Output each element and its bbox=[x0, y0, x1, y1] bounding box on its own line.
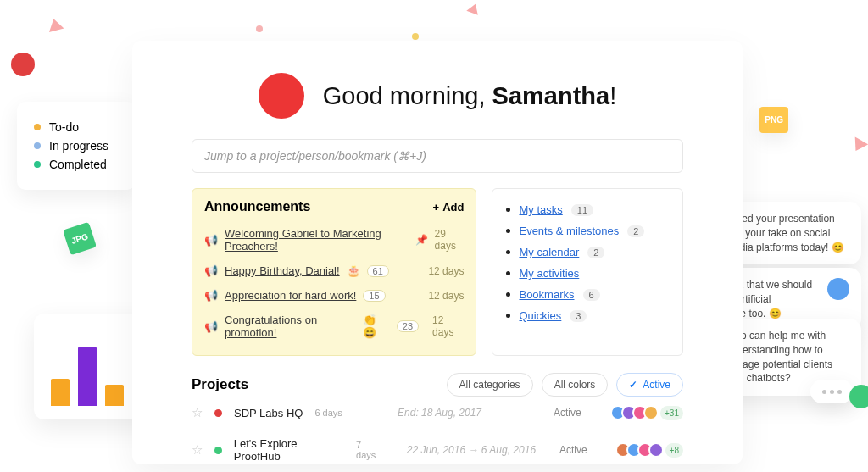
announcements-title: Announcements bbox=[204, 199, 310, 214]
project-status: Active bbox=[559, 444, 608, 456]
announcement-age: 29 days bbox=[435, 228, 465, 252]
filter-label: All categories bbox=[459, 379, 520, 391]
quicklink-count: 6 bbox=[583, 289, 600, 301]
typing-indicator bbox=[810, 380, 853, 403]
confetti-triangle bbox=[47, 17, 64, 32]
plus-icon: + bbox=[433, 201, 440, 214]
jump-search-input[interactable]: Jump to a project/person/bookmark (⌘+J) bbox=[192, 139, 683, 173]
star-icon[interactable]: ☆ bbox=[192, 442, 203, 458]
quicklink-item[interactable]: My calendar 2 bbox=[506, 242, 669, 263]
project-dates: End: 18 Aug, 2017 bbox=[398, 407, 542, 419]
emoji: 🎂 bbox=[347, 264, 360, 277]
quicklink-item[interactable]: My activities bbox=[506, 263, 669, 284]
emoji: 👏 😄 bbox=[363, 314, 390, 339]
project-age: 6 days bbox=[314, 408, 342, 418]
greeting-text: Good morning, Samantha! bbox=[323, 82, 617, 110]
announcement-link[interactable]: Appreciation for hard work! bbox=[225, 289, 356, 302]
megaphone-icon: 📢 bbox=[204, 289, 218, 302]
confetti-dot bbox=[256, 25, 263, 32]
chart-bar bbox=[51, 379, 70, 406]
filter-active[interactable]: ✓ Active bbox=[616, 373, 683, 397]
bullet-icon bbox=[506, 208, 510, 212]
project-members: +31 bbox=[615, 405, 683, 420]
megaphone-icon: 📢 bbox=[204, 320, 218, 333]
announcement-link[interactable]: Welcoming Gabriel to Marketing Preachers… bbox=[225, 227, 402, 253]
filter-colors[interactable]: All colors bbox=[542, 373, 609, 397]
confetti-triangle bbox=[849, 136, 868, 154]
project-name[interactable]: Let's Explore ProofHub bbox=[234, 437, 344, 463]
projects-title: Projects bbox=[192, 376, 438, 393]
announcement-item[interactable]: 📢 Welcoming Gabriel to Marketing Preache… bbox=[204, 221, 464, 258]
bullet-icon bbox=[506, 271, 510, 275]
project-row[interactable]: ☆ SDP Labs HQ 6 days End: 18 Aug, 2017 A… bbox=[192, 397, 683, 429]
legend-label: To-do bbox=[49, 120, 79, 134]
legend-label: Completed bbox=[49, 158, 107, 171]
project-age: 7 days bbox=[356, 440, 383, 460]
status-legend-card: To-do In progress Completed bbox=[17, 102, 136, 190]
status-dot-icon bbox=[34, 142, 41, 149]
reaction-count: 23 bbox=[397, 320, 419, 332]
project-dates: 22 Jun, 2016 → 6 Aug, 2016 bbox=[407, 444, 548, 456]
announcement-link[interactable]: Congratulations on promotion! bbox=[225, 314, 356, 339]
project-name[interactable]: SDP Labs HQ bbox=[234, 407, 303, 419]
announcement-age: 12 days bbox=[428, 290, 464, 302]
quicklink-item[interactable]: Bookmarks 6 bbox=[506, 284, 669, 305]
megaphone-icon: 📢 bbox=[204, 234, 218, 247]
add-announcement-button[interactable]: + Add bbox=[433, 201, 465, 214]
quicklink-item[interactable]: Events & milestones 2 bbox=[506, 220, 669, 242]
more-members-badge: +8 bbox=[665, 443, 683, 458]
project-row[interactable]: ☆ Let's Explore ProofHub 7 days 22 Jun, … bbox=[192, 429, 683, 471]
quicklink-link[interactable]: Quickies bbox=[519, 309, 561, 322]
star-icon[interactable]: ☆ bbox=[192, 405, 203, 420]
bullet-icon bbox=[506, 229, 510, 233]
quicklink-count: 2 bbox=[587, 247, 604, 258]
quicklink-link[interactable]: Events & milestones bbox=[519, 225, 619, 237]
announcements-panel: Announcements + Add 📢 Welcoming Gabriel … bbox=[192, 188, 476, 356]
quicklink-item[interactable]: Quickies 3 bbox=[506, 305, 669, 326]
legend-item-completed: Completed bbox=[34, 158, 119, 171]
status-dot-icon bbox=[34, 124, 41, 130]
file-badge-png: PNG bbox=[760, 107, 788, 133]
chat-text: Loved your presentation and your take on… bbox=[726, 212, 849, 254]
avatar bbox=[648, 442, 664, 458]
add-label: Add bbox=[442, 201, 464, 214]
chart-bar bbox=[105, 385, 124, 407]
announcement-link[interactable]: Happy Birthday, Danial! bbox=[225, 264, 340, 277]
quicklink-link[interactable]: My tasks bbox=[519, 203, 562, 216]
greeting-header: Good morning, Samantha! bbox=[192, 73, 683, 119]
quicklink-link[interactable]: Bookmarks bbox=[519, 288, 574, 301]
announcement-age: 12 days bbox=[432, 314, 464, 338]
filter-label: All colors bbox=[554, 379, 596, 391]
status-dot-icon bbox=[34, 161, 41, 168]
reaction-count: 15 bbox=[363, 290, 385, 302]
avatar bbox=[849, 385, 868, 408]
announcement-item[interactable]: 📢 Happy Birthday, Danial! 🎂 61 12 days bbox=[204, 258, 464, 283]
legend-item-inprogress: In progress bbox=[34, 139, 119, 153]
project-color-dot bbox=[214, 409, 222, 417]
user-avatar bbox=[259, 73, 304, 119]
project-color-dot bbox=[214, 447, 222, 454]
greeting-suffix: ! bbox=[609, 82, 616, 109]
quicklink-count: 11 bbox=[571, 204, 593, 216]
greeting-name: Samantha bbox=[492, 82, 610, 109]
user-avatar-small bbox=[11, 53, 35, 76]
bullet-icon bbox=[506, 292, 510, 297]
file-badge-jpg: JPG bbox=[63, 222, 97, 255]
quicklink-count: 3 bbox=[570, 310, 587, 322]
chat-text: Who can help me with understanding how t… bbox=[726, 329, 849, 386]
megaphone-icon: 📢 bbox=[204, 264, 218, 277]
confetti-dot bbox=[412, 33, 419, 40]
announcement-age: 12 days bbox=[428, 265, 464, 277]
confetti-triangle bbox=[466, 2, 481, 14]
announcement-item[interactable]: 📢 Appreciation for hard work! 15 12 days bbox=[204, 283, 464, 308]
more-members-badge: +31 bbox=[660, 406, 683, 420]
pin-icon: 📌 bbox=[415, 234, 428, 246]
announcement-item[interactable]: 📢 Congratulations on promotion! 👏 😄 23 1… bbox=[204, 308, 464, 345]
legend-label: In progress bbox=[49, 139, 108, 153]
quicklink-link[interactable]: My activities bbox=[519, 267, 579, 280]
quicklink-link[interactable]: My calendar bbox=[519, 246, 579, 258]
legend-item-todo: To-do bbox=[34, 120, 119, 134]
filter-categories[interactable]: All categories bbox=[447, 373, 533, 397]
quicklinks-panel: My tasks 11 Events & milestones 2 My cal… bbox=[492, 188, 683, 356]
quicklink-item[interactable]: My tasks 11 bbox=[506, 199, 669, 220]
